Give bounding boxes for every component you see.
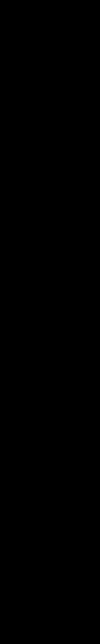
site-title — [0, 0, 100, 2]
